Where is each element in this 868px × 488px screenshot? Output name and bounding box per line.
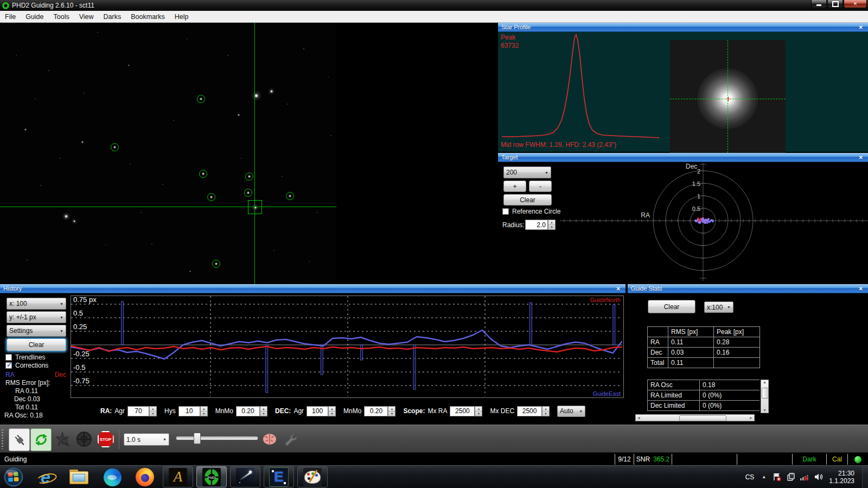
- show-desktop-button[interactable]: [862, 465, 868, 488]
- max-ra-spinner[interactable]: ▲▼: [475, 406, 482, 416]
- zoom-out-button[interactable]: -: [529, 181, 552, 192]
- history-xscale-select[interactable]: x: 100▼: [7, 298, 66, 310]
- corrections-checkbox[interactable]: ✓: [5, 362, 12, 369]
- svg-text:-0.5: -0.5: [73, 363, 85, 371]
- camera-connect-button[interactable]: [9, 428, 30, 451]
- phd2-app-icon: [2, 2, 9, 9]
- radius-input[interactable]: [525, 220, 548, 230]
- history-yscale-select[interactable]: y: +/-1 px▼: [7, 311, 66, 323]
- scroll-right-icon[interactable]: ►: [749, 416, 753, 420]
- close-icon[interactable]: ✕: [615, 286, 622, 292]
- scroll-down-icon[interactable]: ▼: [761, 408, 768, 412]
- ra-hysteresis-spinner[interactable]: ▲▼: [200, 406, 208, 416]
- scroll-up-icon[interactable]: ▲: [761, 380, 768, 384]
- tray-expand-icon[interactable]: ▲: [762, 474, 766, 479]
- menu-bookmarks[interactable]: Bookmarks: [126, 13, 170, 21]
- menu-help[interactable]: Help: [170, 13, 194, 21]
- stats-clear-button[interactable]: Clear: [648, 300, 695, 313]
- taskbar-ie[interactable]: e: [35, 467, 56, 487]
- reference-circle-checkbox[interactable]: [502, 208, 509, 215]
- stop-button[interactable]: STOP: [95, 428, 116, 450]
- stats-scale-select[interactable]: x:100 ▼: [704, 301, 733, 313]
- trendlines-checkbox[interactable]: [5, 354, 12, 361]
- taskbar-app-phd2[interactable]: PHD²: [196, 466, 227, 487]
- max-dec-input[interactable]: [517, 406, 542, 416]
- dec-aggression-input[interactable]: [307, 406, 328, 416]
- menu-tools[interactable]: Tools: [49, 13, 74, 21]
- menu-view[interactable]: View: [74, 13, 99, 21]
- taskbar-app-paint[interactable]: [297, 466, 328, 487]
- guide-camera-view[interactable]: [0, 23, 497, 284]
- keyboard-language[interactable]: CS: [745, 473, 755, 481]
- extra-stats-clip: RA Osc0.18 RA Limited0 (0%) Dec Limited0…: [647, 380, 760, 411]
- exposure-select[interactable]: 1.0 s ▼: [124, 433, 169, 446]
- history-graph: GuideNorth GuideEast 0.75 px0.50.25-0.25…: [71, 296, 624, 398]
- chevron-down-icon: ▼: [60, 329, 63, 333]
- menu-darks[interactable]: Darks: [99, 13, 126, 21]
- action-center-flag-icon[interactable]: [773, 472, 782, 481]
- dec-mode-value: Auto: [560, 407, 573, 415]
- taskbar-firefox[interactable]: [135, 467, 155, 487]
- phd2-taskbar-icon: PHD²: [202, 468, 221, 486]
- ra-minmove-spinner[interactable]: ▲▼: [260, 406, 267, 416]
- dec-minmove-spinner[interactable]: ▲▼: [388, 406, 395, 416]
- target-plot-svg: 0.511.52DecRA: [560, 160, 868, 284]
- history-clear-button[interactable]: Clear: [7, 338, 66, 351]
- hardware-plug-icon[interactable]: [786, 472, 795, 481]
- loop-icon: [34, 432, 49, 447]
- target-zoom-select[interactable]: 200 ▼: [503, 166, 551, 178]
- taskbar-app-comet[interactable]: [230, 466, 260, 487]
- field-star: [317, 212, 318, 214]
- taskbar-edge[interactable]: [102, 467, 123, 487]
- advanced-settings-button[interactable]: [259, 428, 279, 450]
- loop-exposures-button[interactable]: [30, 428, 52, 451]
- dec-mode-select[interactable]: Auto ▼: [557, 406, 585, 417]
- multi-star-indicator: [197, 95, 205, 103]
- vscroll-thumb[interactable]: [762, 388, 769, 399]
- begin-guiding-button[interactable]: [74, 428, 94, 450]
- zoom-in-button[interactable]: +: [503, 181, 526, 192]
- auto-select-star-button[interactable]: [52, 428, 72, 450]
- close-icon[interactable]: ✕: [857, 155, 865, 160]
- camera-settings-button[interactable]: [280, 428, 300, 450]
- taskbar-explorer[interactable]: [68, 468, 89, 486]
- speaker-icon[interactable]: [814, 472, 824, 481]
- field-star: [97, 32, 99, 34]
- ra-aggression-input[interactable]: [127, 406, 149, 416]
- taskbar-app-eqmod[interactable]: E: [264, 466, 294, 487]
- radius-spinner[interactable]: ▲▼: [548, 220, 556, 230]
- close-icon[interactable]: ✕: [857, 24, 865, 30]
- field-star: [128, 65, 130, 66]
- toolbar-drag-handle[interactable]: [2, 429, 3, 449]
- taskbar-clock[interactable]: 21:30 1.1.2023: [829, 470, 854, 485]
- maximize-button[interactable]: [827, 0, 843, 8]
- scroll-left-icon[interactable]: ◄: [637, 416, 641, 420]
- target-zoom-value: 200: [506, 169, 517, 176]
- max-ra-input[interactable]: [450, 406, 475, 416]
- stats-vertical-scrollbar[interactable]: ▲ ▼: [761, 380, 769, 413]
- start-button[interactable]: [3, 466, 24, 487]
- target-clear-button[interactable]: Clear: [503, 194, 552, 206]
- minimize-button[interactable]: [811, 0, 827, 8]
- ra-aggression-spinner[interactable]: ▲▼: [149, 406, 157, 416]
- history-settings-select[interactable]: Settings▼: [7, 325, 66, 337]
- ra-minmove-input[interactable]: [236, 406, 260, 416]
- hscroll-thumb[interactable]: [679, 415, 726, 421]
- check-icon: ✓: [7, 361, 12, 369]
- dec-aggression-spinner[interactable]: ▲▼: [328, 406, 336, 416]
- slider-thumb[interactable]: [194, 433, 201, 444]
- ra-hysteresis-input[interactable]: [178, 406, 200, 416]
- guide-stats-title: Guide Stats: [631, 285, 662, 292]
- stats-horizontal-scrollbar[interactable]: ◄ ►: [635, 414, 755, 421]
- close-button[interactable]: ✕: [844, 0, 867, 8]
- stretch-slider[interactable]: [176, 436, 258, 440]
- taskbar-app-astro-a[interactable]: A: [163, 466, 193, 487]
- close-icon[interactable]: ✕: [857, 286, 865, 292]
- menu-guide[interactable]: Guide: [21, 13, 48, 21]
- network-disconnected-icon[interactable]: [800, 472, 809, 481]
- field-star: [24, 129, 26, 130]
- menu-file[interactable]: File: [0, 13, 21, 21]
- dec-minmove-input[interactable]: [364, 406, 388, 416]
- max-dec-spinner[interactable]: ▲▼: [542, 406, 550, 416]
- status-bar: Guiding 9/12 SNR 365.2 Dark Cal: [0, 454, 868, 465]
